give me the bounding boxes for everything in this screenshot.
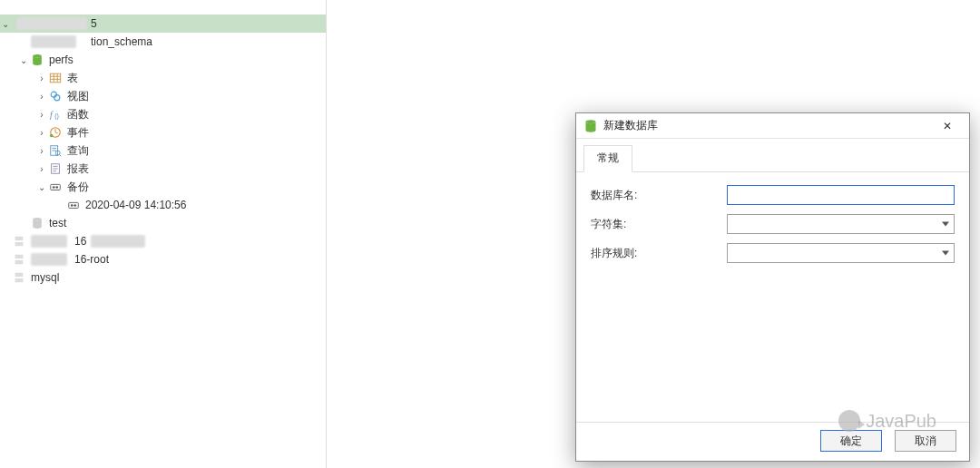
svg-point-0 bbox=[33, 54, 42, 58]
database-icon bbox=[29, 54, 45, 66]
svg-rect-26 bbox=[69, 202, 79, 208]
tree-item-label: 函数 bbox=[65, 107, 89, 122]
database-grey-icon bbox=[29, 217, 45, 229]
svg-rect-1 bbox=[50, 73, 60, 83]
dialog-button-bar: 确定 取消 bbox=[576, 422, 969, 461]
svg-point-27 bbox=[71, 204, 74, 207]
expander-icon[interactable]: › bbox=[36, 164, 47, 174]
tree-item-functions[interactable]: › f() 函数 bbox=[0, 105, 326, 123]
tree-item-reports[interactable]: › 报表 bbox=[0, 160, 326, 178]
tree-item-label: 备份 bbox=[65, 180, 89, 195]
tree-item-label: 视图 bbox=[65, 89, 89, 104]
tree-connection-row-3[interactable]: 16-root bbox=[0, 250, 326, 268]
tree-item-label: 事件 bbox=[65, 125, 89, 141]
tree-item-label: 查询 bbox=[65, 143, 89, 159]
connection-grey-icon bbox=[11, 235, 27, 248]
tree-item-backup-file[interactable]: 2020-04-09 14:10:56 bbox=[0, 196, 326, 214]
expander-icon[interactable]: › bbox=[36, 92, 47, 102]
function-icon: f() bbox=[47, 108, 64, 121]
tree-item-label: test bbox=[47, 217, 66, 229]
dialog-body: 数据库名: 字符集: 排序规则: bbox=[576, 172, 969, 422]
new-database-dialog: 新建数据库 ✕ 常规 数据库名: 字符集: 排序规则: 确定 取消 bbox=[575, 112, 970, 462]
backup-file-icon bbox=[65, 199, 82, 211]
tab-general[interactable]: 常规 bbox=[583, 145, 632, 172]
svg-rect-23 bbox=[51, 184, 61, 190]
collation-select[interactable] bbox=[727, 243, 955, 263]
svg-point-28 bbox=[74, 204, 76, 207]
form-row-charset: 字符集: bbox=[591, 214, 955, 234]
dialog-title: 新建数据库 bbox=[603, 118, 931, 133]
charset-label: 字符集: bbox=[591, 217, 727, 232]
svg-line-12 bbox=[55, 132, 58, 133]
database-icon bbox=[583, 119, 598, 133]
tree-item-queries[interactable]: › 查询 bbox=[0, 141, 326, 160]
tree-item-label: 2020-04-09 14:10:56 bbox=[83, 199, 186, 211]
table-icon bbox=[47, 72, 64, 84]
tree-item-test[interactable]: test bbox=[0, 214, 326, 232]
expander-icon[interactable]: › bbox=[36, 110, 47, 120]
tree-item-schema[interactable]: tion_schema bbox=[0, 33, 326, 51]
connection-grey-icon bbox=[11, 271, 27, 284]
svg-point-7 bbox=[54, 95, 60, 101]
svg-text:f: f bbox=[50, 110, 54, 120]
cancel-button[interactable]: 取消 bbox=[895, 430, 956, 452]
svg-text:(): () bbox=[54, 112, 59, 120]
tree-item-label: 报表 bbox=[65, 161, 89, 177]
svg-rect-34 bbox=[15, 273, 24, 277]
svg-rect-33 bbox=[15, 260, 24, 264]
svg-rect-31 bbox=[15, 242, 24, 246]
svg-point-29 bbox=[33, 218, 42, 221]
close-button[interactable]: ✕ bbox=[931, 117, 964, 135]
tree-connection-row[interactable]: ⌄ 5 bbox=[0, 15, 326, 33]
expander-icon[interactable]: › bbox=[36, 73, 47, 83]
dialog-titlebar[interactable]: 新建数据库 ✕ bbox=[576, 113, 969, 139]
dialog-tabs: 常规 bbox=[576, 139, 969, 172]
report-icon bbox=[47, 162, 64, 175]
event-icon bbox=[47, 126, 64, 139]
query-icon bbox=[47, 144, 64, 157]
tree-item-backup[interactable]: ⌄ 备份 bbox=[0, 178, 326, 196]
close-icon: ✕ bbox=[943, 120, 952, 132]
charset-select[interactable] bbox=[727, 214, 955, 234]
expander-icon[interactable]: › bbox=[36, 146, 47, 156]
tree-item-perfs[interactable]: ⌄ perfs bbox=[0, 51, 326, 69]
db-name-label: 数据库名: bbox=[591, 188, 727, 203]
svg-rect-32 bbox=[15, 255, 24, 258]
connection-tree: ⌄ 5 tion_schema ⌄ perfs › 表 bbox=[0, 0, 326, 287]
collation-label: 排序规则: bbox=[591, 246, 727, 261]
svg-line-18 bbox=[59, 154, 61, 156]
svg-point-6 bbox=[51, 92, 56, 97]
view-icon bbox=[47, 90, 64, 102]
svg-rect-35 bbox=[15, 278, 24, 282]
connection-grey-icon bbox=[11, 253, 27, 266]
tree-connection-row-2[interactable]: 16 bbox=[0, 232, 326, 250]
connection-tree-sidebar: ⌄ 5 tion_schema ⌄ perfs › 表 bbox=[0, 0, 327, 468]
expander-icon[interactable]: › bbox=[36, 128, 47, 138]
expander-icon[interactable]: ⌄ bbox=[18, 55, 29, 65]
tree-connection-mysql[interactable]: mysql bbox=[0, 268, 326, 287]
svg-rect-30 bbox=[15, 237, 24, 240]
svg-point-24 bbox=[53, 186, 55, 189]
form-row-dbname: 数据库名: bbox=[591, 185, 955, 205]
tree-item-views[interactable]: › 视图 bbox=[0, 87, 326, 105]
svg-point-36 bbox=[586, 120, 596, 123]
tree-item-label: mysql bbox=[29, 271, 59, 284]
expander-icon[interactable]: ⌄ bbox=[36, 182, 47, 192]
tree-item-label: 表 bbox=[65, 71, 78, 86]
tree-item-tables[interactable]: › 表 bbox=[0, 69, 326, 87]
backup-icon bbox=[47, 180, 64, 193]
db-name-input[interactable] bbox=[727, 185, 955, 205]
ok-button[interactable]: 确定 bbox=[820, 430, 882, 452]
expander-icon[interactable]: ⌄ bbox=[0, 19, 11, 29]
tree-item-label: perfs bbox=[47, 54, 74, 66]
svg-point-25 bbox=[55, 186, 58, 189]
svg-point-13 bbox=[50, 134, 54, 138]
form-row-collation: 排序规则: bbox=[591, 243, 955, 263]
tree-item-events[interactable]: › 事件 bbox=[0, 123, 326, 141]
